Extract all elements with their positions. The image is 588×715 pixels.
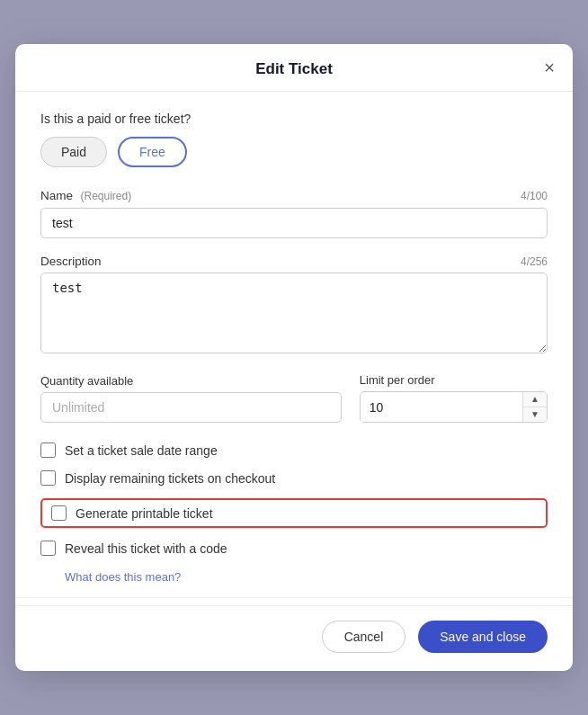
free-button[interactable]: Free bbox=[118, 137, 187, 167]
reveal-checkbox-row: Reveal this ticket with a code bbox=[40, 541, 548, 556]
close-button[interactable]: × bbox=[544, 58, 555, 76]
modal-header: Edit Ticket × bbox=[15, 44, 573, 92]
paid-button[interactable]: Paid bbox=[40, 137, 107, 167]
name-label: Name bbox=[40, 189, 73, 202]
name-label-row: Name (Required) 4/100 bbox=[40, 187, 548, 203]
quantity-field-section: Quantity available Unlimited bbox=[40, 374, 342, 423]
description-counter: 4/256 bbox=[521, 255, 548, 268]
generate-checkbox[interactable] bbox=[51, 505, 67, 521]
reveal-checkbox[interactable] bbox=[40, 541, 56, 556]
remaining-checkbox[interactable] bbox=[40, 470, 56, 486]
quantity-input[interactable]: Unlimited bbox=[40, 392, 342, 423]
footer-divider bbox=[15, 597, 573, 598]
description-label: Description bbox=[40, 255, 102, 268]
what-does-this-mean-link[interactable]: What does this mean? bbox=[65, 570, 181, 584]
spinner-down-button[interactable]: ▼ bbox=[523, 407, 547, 422]
limit-label: Limit per order bbox=[360, 373, 548, 387]
limit-field-section: Limit per order ▲ ▼ bbox=[360, 373, 548, 423]
sale-date-label: Set a ticket sale date range bbox=[65, 443, 218, 458]
limit-input[interactable] bbox=[361, 393, 522, 422]
spinner-buttons: ▲ ▼ bbox=[522, 392, 547, 422]
modal-body: Is this a paid or free ticket? Paid Free… bbox=[15, 92, 573, 594]
edit-ticket-modal: Edit Ticket × Is this a paid or free tic… bbox=[15, 44, 573, 671]
description-field-section: Description 4/256 test bbox=[40, 255, 548, 357]
modal-footer: Cancel Save and close bbox=[15, 605, 573, 671]
name-field-section: Name (Required) 4/100 bbox=[40, 187, 548, 238]
generate-label: Generate printable ticket bbox=[76, 506, 213, 521]
spinner-up-button[interactable]: ▲ bbox=[523, 392, 547, 407]
ticket-type-buttons: Paid Free bbox=[40, 137, 548, 167]
modal-title: Edit Ticket bbox=[255, 60, 333, 78]
description-input[interactable]: test bbox=[40, 273, 548, 353]
remaining-checkbox-row: Display remaining tickets on checkout bbox=[40, 470, 548, 486]
name-counter: 4/100 bbox=[521, 190, 548, 202]
remaining-label: Display remaining tickets on checkout bbox=[65, 471, 275, 486]
sale-date-checkbox[interactable] bbox=[40, 442, 56, 458]
ticket-type-section: Is this a paid or free ticket? Paid Free bbox=[40, 112, 548, 167]
save-close-button[interactable]: Save and close bbox=[418, 621, 548, 653]
limit-spinner-wrapper: ▲ ▼ bbox=[360, 391, 548, 423]
reveal-label: Reveal this ticket with a code bbox=[65, 541, 227, 556]
sale-date-checkbox-row: Set a ticket sale date range bbox=[40, 442, 548, 458]
quantity-limit-row: Quantity available Unlimited Limit per o… bbox=[40, 373, 548, 423]
ticket-type-question: Is this a paid or free ticket? bbox=[40, 112, 548, 126]
quantity-label: Quantity available bbox=[40, 374, 342, 388]
cancel-button[interactable]: Cancel bbox=[322, 621, 406, 653]
description-label-row: Description 4/256 bbox=[40, 255, 548, 268]
name-required-text: (Required) bbox=[80, 190, 131, 202]
modal-overlay: Edit Ticket × Is this a paid or free tic… bbox=[0, 0, 588, 715]
generate-printable-row: Generate printable ticket bbox=[40, 498, 548, 528]
name-input[interactable] bbox=[40, 208, 548, 238]
